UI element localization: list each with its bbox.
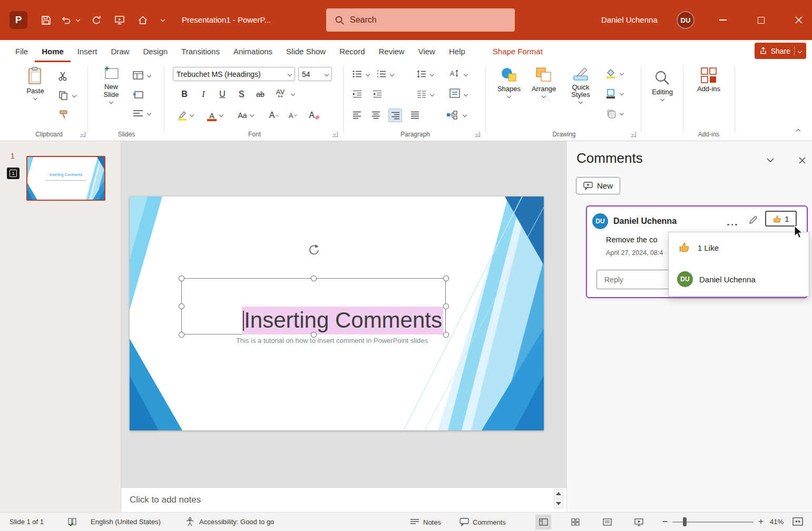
like-comment-button[interactable]: 1 bbox=[765, 211, 797, 227]
text-direction-chevron[interactable] bbox=[464, 72, 468, 76]
zoom-slider-thumb[interactable] bbox=[683, 517, 687, 526]
shape-outline-button[interactable] bbox=[604, 87, 617, 99]
tab-draw[interactable]: Draw bbox=[104, 40, 136, 62]
shape-effects-button[interactable] bbox=[604, 107, 617, 119]
format-painter-button[interactable] bbox=[57, 109, 70, 120]
shape-fill-button[interactable] bbox=[604, 67, 617, 79]
fit-slide-to-window-button[interactable] bbox=[793, 517, 803, 528]
reading-view-button[interactable] bbox=[599, 515, 615, 529]
increase-font-size-button[interactable]: A bbox=[267, 109, 281, 122]
smartart-chevron[interactable] bbox=[463, 113, 467, 117]
collapse-pane-button[interactable] bbox=[764, 154, 777, 166]
arrange-chevron[interactable] bbox=[542, 94, 546, 98]
new-comment-button[interactable]: New bbox=[576, 177, 620, 194]
character-spacing-chevron[interactable] bbox=[291, 92, 295, 96]
tab-slide-show[interactable]: Slide Show bbox=[279, 40, 332, 62]
tab-home[interactable]: Home bbox=[35, 40, 71, 62]
quick-styles-chevron[interactable] bbox=[579, 100, 583, 104]
selection-handle-w[interactable] bbox=[179, 303, 184, 309]
paragraph-dialog-launcher[interactable] bbox=[475, 132, 480, 137]
line-spacing-button[interactable] bbox=[416, 68, 427, 79]
selection-handle-e[interactable] bbox=[443, 303, 449, 309]
change-case-button[interactable]: Aa bbox=[236, 109, 249, 122]
spell-check-button[interactable] bbox=[67, 517, 77, 528]
minimize-button[interactable] bbox=[711, 8, 735, 32]
zoom-in-button[interactable]: + bbox=[755, 515, 767, 528]
clipboard-dialog-launcher[interactable] bbox=[80, 132, 85, 137]
tab-review[interactable]: Review bbox=[372, 40, 412, 62]
paste-dropdown-chevron[interactable] bbox=[33, 96, 37, 100]
font-dialog-launcher[interactable] bbox=[332, 132, 338, 137]
align-left-button[interactable] bbox=[350, 109, 363, 121]
layout-dropdown-chevron[interactable] bbox=[147, 73, 151, 77]
share-button[interactable]: Share bbox=[755, 43, 806, 59]
shape-effects-chevron[interactable] bbox=[620, 111, 624, 115]
font-size-chevron[interactable] bbox=[325, 72, 329, 76]
align-text-chevron[interactable] bbox=[464, 92, 468, 96]
underline-button[interactable]: U bbox=[216, 87, 229, 101]
text-highlight-chevron[interactable] bbox=[190, 113, 194, 117]
convert-to-smartart-button[interactable] bbox=[445, 109, 459, 121]
cut-button[interactable] bbox=[57, 71, 70, 82]
justify-button[interactable] bbox=[408, 109, 421, 121]
editing-button[interactable]: Editing bbox=[647, 70, 678, 101]
slide-sorter-view-button[interactable] bbox=[568, 515, 583, 529]
zoom-out-button[interactable]: − bbox=[659, 515, 671, 528]
redo-button[interactable] bbox=[89, 12, 104, 28]
undo-button[interactable] bbox=[58, 12, 74, 28]
layout-button[interactable] bbox=[132, 70, 144, 81]
rotate-handle[interactable] bbox=[308, 243, 320, 256]
decrease-indent-button[interactable] bbox=[351, 88, 363, 99]
decrease-font-size-button[interactable]: A bbox=[286, 109, 300, 122]
tab-insert[interactable]: Insert bbox=[71, 40, 104, 62]
edit-comment-button[interactable] bbox=[746, 213, 760, 227]
start-from-beginning-button[interactable] bbox=[112, 12, 128, 28]
notes-toggle-button[interactable]: Notes bbox=[410, 516, 441, 528]
home-quick-button[interactable] bbox=[135, 12, 151, 28]
save-button[interactable] bbox=[38, 12, 54, 28]
language-status[interactable]: English (United States) bbox=[91, 518, 161, 526]
section-dropdown-chevron[interactable] bbox=[147, 111, 151, 115]
shape-fill-chevron[interactable] bbox=[620, 71, 624, 75]
bullets-chevron[interactable] bbox=[366, 72, 370, 76]
tab-design[interactable]: Design bbox=[136, 40, 174, 62]
comments-toggle-button[interactable]: Comments bbox=[459, 516, 506, 528]
reset-button[interactable] bbox=[132, 88, 144, 100]
selection-handle-n[interactable] bbox=[311, 276, 317, 281]
section-button[interactable] bbox=[132, 107, 144, 119]
line-spacing-chevron[interactable] bbox=[430, 72, 434, 76]
columns-chevron[interactable] bbox=[430, 92, 434, 96]
selection-handle-nw[interactable] bbox=[179, 276, 184, 281]
tab-animations[interactable]: Animations bbox=[227, 40, 279, 62]
text-highlight-button[interactable] bbox=[175, 109, 189, 122]
notes-area[interactable]: Click to add notes bbox=[121, 487, 566, 512]
scroll-up-button[interactable] bbox=[554, 489, 563, 498]
user-avatar[interactable]: DU bbox=[677, 11, 694, 29]
strikethrough-button[interactable]: ab bbox=[253, 87, 267, 101]
shapes-button[interactable]: Shapes bbox=[494, 66, 524, 97]
selection-handle-ne[interactable] bbox=[443, 276, 449, 281]
accessibility-checker-button[interactable] bbox=[185, 517, 194, 528]
share-dropdown-chevron[interactable] bbox=[798, 48, 802, 53]
drawing-dialog-launcher[interactable] bbox=[631, 132, 636, 137]
font-color-chevron[interactable] bbox=[219, 113, 223, 117]
customize-qat-chevron[interactable] bbox=[161, 17, 165, 22]
align-text-button[interactable] bbox=[448, 87, 461, 99]
normal-view-button[interactable] bbox=[535, 515, 551, 529]
addins-button[interactable]: Add-ins bbox=[693, 66, 724, 93]
numbering-chevron[interactable] bbox=[390, 72, 394, 76]
undo-dropdown-chevron[interactable] bbox=[76, 17, 80, 22]
slide-title-text[interactable]: Inserting Comments bbox=[181, 307, 443, 334]
columns-button[interactable] bbox=[416, 88, 427, 99]
tab-transitions[interactable]: Transitions bbox=[174, 40, 227, 62]
new-slide-dropdown-chevron[interactable] bbox=[109, 100, 113, 104]
tab-shape-format[interactable]: Shape Format bbox=[486, 40, 550, 62]
accessibility-status[interactable]: Accessibility: Good to go bbox=[199, 518, 274, 526]
shapes-chevron[interactable] bbox=[507, 94, 511, 98]
character-spacing-button[interactable]: AV bbox=[273, 86, 287, 100]
paste-button[interactable]: Paste bbox=[19, 66, 52, 100]
copy-button[interactable] bbox=[57, 90, 70, 101]
slide-thumbnail[interactable]: Inserting Comments bbox=[26, 156, 105, 201]
text-direction-button[interactable]: A bbox=[448, 67, 461, 79]
arrange-button[interactable]: Arrange bbox=[527, 66, 560, 97]
